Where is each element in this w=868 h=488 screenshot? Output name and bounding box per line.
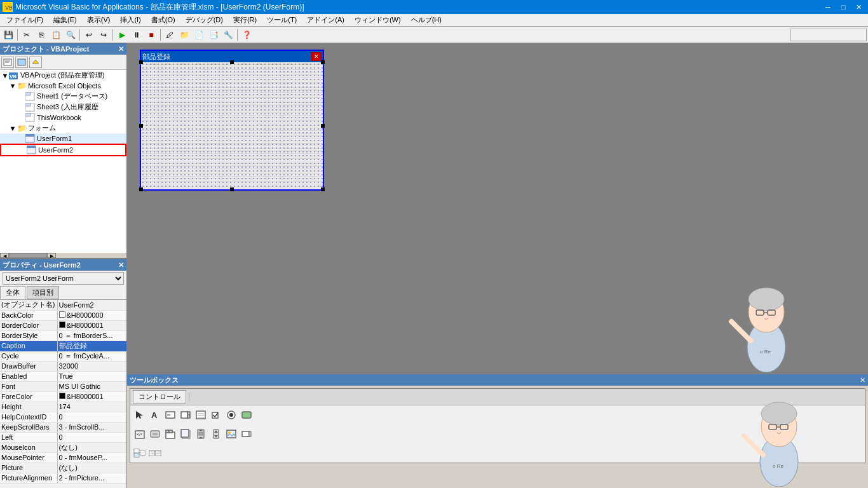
toolbox-extra2[interactable] [148,446,162,460]
prop-value-keepscrollbars[interactable]: 3 - fmScrollB... [57,422,126,432]
prop-row-height[interactable]: Height 174 [0,402,126,412]
menu-window[interactable]: ウィンドウ(W) [349,14,406,26]
menu-view[interactable]: 表示(V) [82,14,116,26]
view-code-btn[interactable] [1,57,14,68]
prop-row-picturealignment[interactable]: PictureAlignmen 2 - fmPicture... [0,473,126,483]
prop-row-mousepointer[interactable]: MousePointer 0 - fmMouseP... [0,452,126,463]
prop-value-mousepointer[interactable]: 0 - fmMouseP... [57,452,126,463]
expand-icon-excel[interactable]: ▼ [9,82,17,90]
tree-forms-folder[interactable]: ▼ 📁 フォーム [0,123,126,133]
toolbar-paste[interactable]: 📋 [49,28,63,42]
toolbox-image[interactable] [224,427,238,441]
minimize-button[interactable]: ─ [821,1,835,13]
tree-excel-objects[interactable]: ▼ 📁 Microsoft Excel Objects [0,81,126,91]
toolbar-redo[interactable]: ↪ [97,28,111,42]
toggle-folders-btn[interactable] [29,57,42,68]
toolbar-project[interactable]: 📁 [177,28,191,42]
toolbox-multipage[interactable] [179,427,193,441]
prop-row-cycle[interactable]: Cycle 0 ＝ fmCycleA... [0,351,126,361]
prop-value-picture[interactable]: (なし) [57,463,126,473]
toolbox-select-tool[interactable] [133,408,147,422]
toolbox-spinbutton[interactable] [209,427,223,441]
prop-value-height[interactable]: 174 [57,402,126,412]
properties-select[interactable]: UserForm2 UserForm [3,272,124,285]
project-panel-close[interactable]: ✕ [118,45,124,53]
prop-value-helpcontextid[interactable]: 0 [57,412,126,422]
scroll-right[interactable]: ▶ [47,253,56,258]
menu-addins[interactable]: アドイン(A) [302,14,349,26]
toolbox-togglebutton[interactable] [240,408,254,422]
toolbox-scrollbar[interactable] [194,427,208,441]
menu-tools[interactable]: ツール(T) [262,14,302,26]
properties-panel-close[interactable]: ✕ [118,261,124,269]
menu-format[interactable]: 書式(O) [146,14,180,26]
toolbar-copy[interactable]: ⎘ [34,28,48,42]
toolbox-extra1[interactable] [133,446,147,460]
toolbar-design[interactable]: 🖊 [163,28,177,42]
tree-sheet3[interactable]: Sheet3 (入出庫履歴 [0,102,126,112]
scroll-thumb[interactable] [9,253,47,258]
toolbox-refedit[interactable] [240,427,254,441]
scroll-left[interactable]: ◀ [0,253,9,258]
prop-value-caption[interactable]: 部品登録 [57,341,126,351]
toolbar-find[interactable]: 🔍 [64,28,78,42]
toolbar-help[interactable]: ❓ [240,28,254,42]
prop-row-keepscrollbars[interactable]: KeepScrollBars 3 - fmScrollB... [0,422,126,432]
toolbar-stop[interactable]: ■ [144,28,158,42]
menu-edit[interactable]: 編集(E) [48,14,82,26]
prop-row-forecolor[interactable]: ForeColor &H8000001 [0,391,126,402]
toolbar-undo[interactable]: ↩ [82,28,96,42]
toolbox-close[interactable]: ✕ [860,376,865,384]
toolbar-scrollbar[interactable] [790,29,867,41]
toolbar-pause[interactable]: ⏸ [130,28,144,42]
prop-value-forecolor[interactable]: &H8000001 [57,391,126,402]
restore-button[interactable]: □ [836,1,850,13]
toolbar-save[interactable]: 💾 [1,28,15,42]
userform-window[interactable]: 部品登録 ✕ [140,50,324,191]
prop-value-picturealignment[interactable]: 2 - fmPicture... [57,473,126,483]
userform-body[interactable] [141,62,323,189]
toolbar-objbrowser[interactable]: 📑 [207,28,220,42]
prop-value-objectname[interactable]: UserForm2 [57,300,126,310]
prop-value-enabled[interactable]: True [57,371,126,381]
menu-help[interactable]: ヘルプ(H) [406,14,447,26]
prop-value-drawbuffer[interactable]: 32000 [57,361,126,371]
prop-value-cycle[interactable]: 0 ＝ fmCycleA... [57,351,126,361]
tab-all[interactable]: 全体 [0,286,25,299]
menu-file[interactable]: ファイル(F) [1,14,48,26]
prop-row-picture[interactable]: Picture (なし) [0,463,126,473]
toolbox-frame[interactable]: xyz [133,427,147,441]
prop-value-backcolor[interactable]: &H8000000 [57,310,126,320]
project-scrollbar[interactable]: ◀ ▶ [0,253,126,258]
menu-run[interactable]: 実行(R) [228,14,262,26]
tree-sheet1[interactable]: Sheet1 (データベース) [0,91,126,102]
toolbox-optionbutton[interactable] [224,408,238,422]
prop-row-borderstyle[interactable]: BorderStyle 0 ＝ fmBorderS... [0,330,126,341]
tree-userform2[interactable]: UserForm2 [0,144,126,156]
tree-userform1[interactable]: UserForm1 [0,133,126,144]
tree-thisworkbook[interactable]: ThisWorkbook [0,112,126,123]
prop-value-left[interactable]: 0 [57,432,126,442]
toolbar-cut[interactable]: ✂ [20,28,34,42]
prop-value-font[interactable]: MS UI Gothic [57,381,126,391]
prop-value-mouseicon[interactable]: (なし) [57,442,126,452]
prop-value-bordercolor[interactable]: &H8000001 [57,320,126,330]
prop-row-backcolor[interactable]: BackColor &H8000000 [0,310,126,320]
prop-row-enabled[interactable]: Enabled True [0,371,126,381]
toolbox-checkbox[interactable] [209,408,223,422]
prop-value-borderstyle[interactable]: 0 ＝ fmBorderS... [57,330,126,341]
view-object-btn[interactable] [15,57,28,68]
toolbox-listbox[interactable] [194,408,208,422]
prop-row-caption[interactable]: Caption 部品登録 [0,341,126,351]
toolbar-toolbox[interactable]: 🔧 [221,28,235,42]
prop-row-objectname[interactable]: (オブジェクト名) UserForm2 [0,300,126,310]
close-button[interactable]: ✕ [851,1,865,13]
toolbar-run[interactable]: ▶ [115,28,129,42]
toolbox-controls-tab[interactable]: コントロール [133,390,186,403]
toolbar-props[interactable]: 📄 [192,28,206,42]
prop-row-font[interactable]: Font MS UI Gothic [0,381,126,391]
userform-close-btn[interactable]: ✕ [311,52,322,61]
menu-debug[interactable]: デバッグ(D) [180,14,228,26]
toolbox-textbox[interactable] [163,408,177,422]
toolbox-commandbutton[interactable] [148,427,162,441]
